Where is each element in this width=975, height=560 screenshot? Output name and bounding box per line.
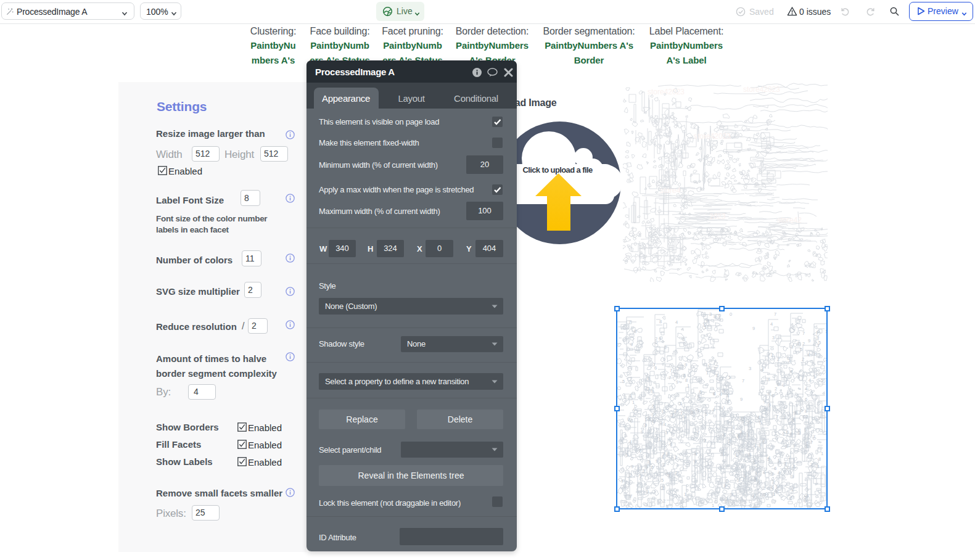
svg-text:2023: 2023 (709, 212, 726, 221)
svg-text:store42023: store42023 (648, 88, 685, 96)
svg-text:store42: store42 (777, 216, 802, 224)
svg-text:store42023: store42023 (743, 85, 780, 94)
svg-text:store42023: store42023 (694, 132, 731, 141)
svg-text:store4: store4 (660, 186, 681, 195)
